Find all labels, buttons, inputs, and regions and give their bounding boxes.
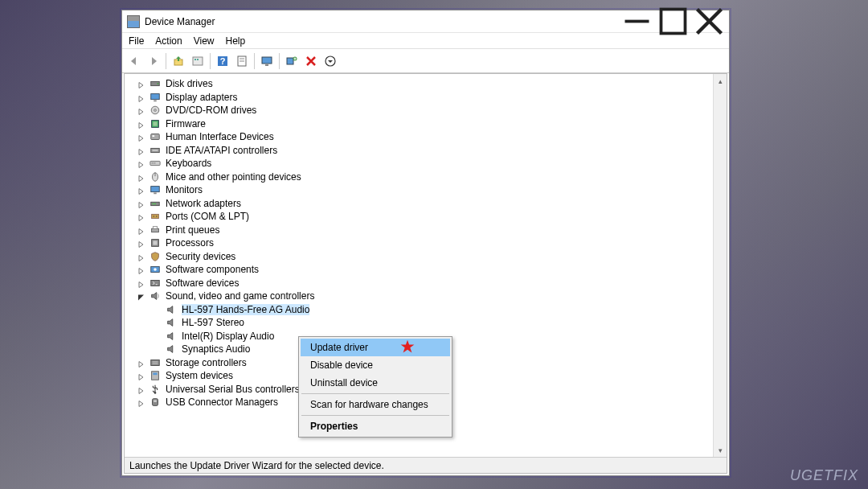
- menubar: File Action View Help: [122, 33, 729, 49]
- svg-rect-5: [193, 57, 203, 65]
- window-title: Device Manager: [145, 16, 619, 27]
- svg-rect-13: [262, 57, 272, 64]
- ctx-properties[interactable]: Properties: [301, 417, 450, 435]
- chevron-right-icon[interactable]: [137, 359, 145, 366]
- tree-node-keyboard[interactable]: Keyboards: [128, 157, 713, 171]
- menu-file[interactable]: File: [129, 35, 144, 47]
- menu-view[interactable]: View: [194, 35, 215, 47]
- tree-node-disk[interactable]: Disk drives: [128, 77, 713, 91]
- chevron-right-icon[interactable]: [137, 226, 145, 233]
- tree-node-swcomp[interactable]: Software components: [128, 263, 713, 277]
- help-button[interactable]: ?: [214, 52, 231, 70]
- scroll-track[interactable]: [714, 88, 727, 443]
- hid-icon: [149, 131, 162, 142]
- chevron-right-icon[interactable]: [137, 240, 145, 247]
- svg-rect-6: [194, 59, 196, 60]
- node-label: Firmware: [166, 118, 206, 129]
- maximize-button[interactable]: [655, 11, 691, 32]
- speaker-icon: [165, 304, 178, 315]
- minimize-button[interactable]: [619, 11, 655, 32]
- menu-help[interactable]: Help: [226, 35, 246, 47]
- tree-node-mouse[interactable]: Mice and other pointing devices: [128, 171, 713, 184]
- tree-node-audio-device[interactable]: HL-597 Hands-Free AG Audio: [128, 303, 713, 317]
- uninstall-button[interactable]: [302, 52, 320, 70]
- chevron-right-icon[interactable]: [137, 213, 145, 220]
- tree-node-firmware[interactable]: Firmware: [128, 117, 713, 131]
- chevron-right-icon[interactable]: [137, 253, 145, 260]
- node-label: Network adapters: [166, 198, 241, 209]
- toolbar: ?: [122, 49, 729, 73]
- tree-node-swdev[interactable]: Software devices: [128, 277, 713, 290]
- chevron-right-icon[interactable]: [137, 279, 145, 286]
- node-label: Print queues: [166, 224, 219, 236]
- tree-node-print[interactable]: Print queues: [128, 224, 713, 237]
- ctx-disable-device[interactable]: Disable device: [301, 356, 450, 374]
- node-label: Mice and other pointing devices: [166, 171, 301, 183]
- properties-button[interactable]: [233, 52, 251, 70]
- tree-node-cpu[interactable]: Processors: [128, 236, 713, 250]
- chevron-down-icon[interactable]: [137, 293, 145, 300]
- chevron-right-icon[interactable]: [137, 385, 145, 392]
- tree-node-ide[interactable]: IDE ATA/ATAPI controllers: [128, 144, 713, 158]
- node-label: Universal Serial Bus controllers: [166, 384, 300, 395]
- action-dropdown-button[interactable]: [321, 52, 339, 70]
- scan-hardware-button[interactable]: [283, 52, 301, 70]
- firmware-icon: [149, 118, 162, 129]
- tree-node-monitor[interactable]: Monitors: [128, 183, 713, 197]
- node-label: HL-597 Stereo: [182, 317, 244, 328]
- back-button[interactable]: [125, 52, 143, 70]
- usbconn-icon: [149, 397, 162, 408]
- node-label: Software devices: [166, 277, 239, 289]
- tree-node-display[interactable]: Display adapters: [128, 91, 713, 105]
- tree-node-security[interactable]: Security devices: [128, 250, 713, 264]
- chevron-right-icon[interactable]: [137, 80, 145, 88]
- tree-node-port[interactable]: Ports (COM & LPT): [128, 210, 713, 224]
- svg-rect-44: [152, 228, 159, 232]
- node-label: Software components: [166, 264, 259, 275]
- node-label: DVD/CD-ROM drives: [166, 105, 256, 116]
- node-label: Synaptics Audio: [182, 343, 250, 355]
- security-icon: [149, 251, 162, 262]
- close-button[interactable]: [691, 11, 727, 32]
- ctx-uninstall-device[interactable]: Uninstall device: [301, 374, 450, 392]
- up-button[interactable]: [170, 52, 187, 70]
- tree-node-sound[interactable]: Sound, video and game controllers: [128, 290, 713, 303]
- tree-node-dvd[interactable]: DVD/CD-ROM drives: [128, 104, 713, 117]
- node-label: Intel(R) Display Audio: [182, 331, 274, 342]
- ctx-scan-hardware[interactable]: Scan for hardware changes: [301, 396, 450, 413]
- action-dropdown-icon: [324, 55, 337, 68]
- port-icon: [149, 211, 162, 222]
- ctx-separator: [301, 393, 449, 394]
- chevron-right-icon[interactable]: [137, 107, 145, 114]
- vertical-scrollbar[interactable]: ▴ ▾: [713, 74, 727, 457]
- svg-text:?: ?: [220, 56, 226, 66]
- usb-icon: [149, 384, 162, 395]
- update-driver-button[interactable]: [258, 52, 276, 70]
- chevron-right-icon[interactable]: [137, 399, 145, 406]
- tree-node-network[interactable]: Network adapters: [128, 197, 713, 211]
- forward-button[interactable]: [145, 52, 162, 70]
- chevron-right-icon[interactable]: [137, 93, 145, 101]
- chevron-right-icon[interactable]: [137, 173, 145, 180]
- svg-point-42: [154, 216, 154, 217]
- titlebar[interactable]: Device Manager: [122, 10, 729, 33]
- chevron-right-icon[interactable]: [137, 187, 145, 194]
- tree-node-hid[interactable]: Human Interface Devices: [128, 130, 713, 144]
- chevron-right-icon[interactable]: [137, 372, 145, 380]
- ctx-update-driver[interactable]: Update driver: [301, 339, 450, 356]
- scroll-up-button[interactable]: ▴: [714, 74, 727, 88]
- chevron-right-icon[interactable]: [137, 199, 145, 207]
- scroll-down-button[interactable]: ▾: [714, 443, 727, 457]
- window-controls: [619, 11, 727, 32]
- menu-action[interactable]: Action: [155, 35, 182, 47]
- tree-node-audio-device[interactable]: HL-597 Stereo: [128, 316, 713, 330]
- chevron-right-icon[interactable]: [137, 134, 145, 141]
- node-label: Ports (COM & LPT): [166, 211, 249, 222]
- status-bar: Launches the Update Driver Wizard for th…: [125, 457, 727, 473]
- chevron-right-icon[interactable]: [137, 160, 145, 167]
- show-hidden-button[interactable]: [189, 52, 207, 70]
- chevron-right-icon[interactable]: [137, 266, 145, 273]
- chevron-right-icon[interactable]: [137, 146, 145, 154]
- svg-rect-51: [151, 360, 160, 365]
- chevron-right-icon[interactable]: [137, 120, 145, 127]
